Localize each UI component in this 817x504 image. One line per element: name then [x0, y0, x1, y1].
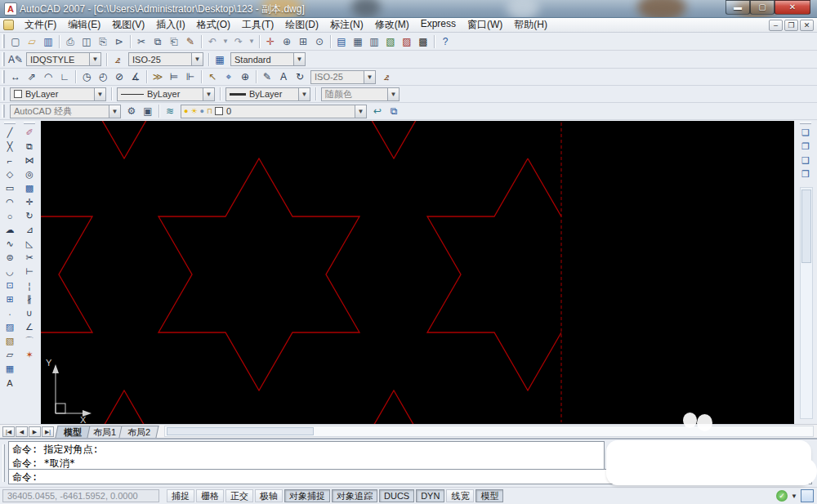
- undo-icon[interactable]: ↶: [205, 34, 220, 49]
- construction-line-icon[interactable]: ╳: [2, 140, 17, 154]
- tab-prev-button[interactable]: ◀: [16, 426, 28, 437]
- region-icon[interactable]: ▱: [2, 348, 17, 362]
- dim-continue-icon[interactable]: ⊩: [183, 69, 198, 84]
- status-toggle-DUCS[interactable]: DUCS: [379, 489, 414, 502]
- coordinate-readout[interactable]: 36405.0455, -6461.5952, 0.0000: [2, 489, 159, 502]
- drawing-file-icon[interactable]: [3, 20, 14, 30]
- my-workspace-icon[interactable]: ▣: [141, 104, 155, 118]
- workspace-settings-icon[interactable]: ⚙: [124, 104, 139, 118]
- vertical-scrollbar-thumb[interactable]: [801, 190, 811, 263]
- cut-icon[interactable]: ✂: [134, 34, 149, 49]
- bring-to-front-icon[interactable]: ❏: [798, 126, 813, 140]
- stretch-icon[interactable]: ◺: [22, 237, 37, 251]
- dim-update-icon[interactable]: ↻: [292, 69, 307, 84]
- layer-freeze-sun-icon[interactable]: ☀: [190, 107, 197, 115]
- hexagram-star[interactable]: [41, 121, 225, 158]
- command-history[interactable]: 命令: 指定对角点:命令: *取消*: [8, 441, 605, 469]
- extend-icon[interactable]: ⊢: [22, 265, 37, 279]
- command-window-grip[interactable]: [2, 444, 5, 482]
- publish-icon[interactable]: ⎘: [96, 34, 110, 49]
- dim-quick-leader-icon[interactable]: ↖: [205, 69, 220, 84]
- workspace-combo[interactable]: AutoCAD 经典 ▼: [10, 105, 121, 118]
- bring-above-objects-icon[interactable]: ❑: [798, 154, 813, 167]
- table-style-combo[interactable]: Standard ▼: [230, 52, 306, 66]
- ellipse-arc-icon[interactable]: ◡: [2, 265, 17, 279]
- array-icon[interactable]: ▩: [22, 181, 37, 195]
- menu-item-格式[interactable]: 格式(O): [191, 17, 236, 33]
- redo-dropdown-icon[interactable]: ▼: [248, 34, 256, 49]
- fillet-icon[interactable]: ⌒: [22, 334, 37, 348]
- erase-icon[interactable]: ✐: [22, 126, 37, 140]
- color-control-combo[interactable]: ByLayer ▼: [10, 87, 106, 101]
- dim-arc-length-icon[interactable]: ◠: [41, 69, 56, 84]
- layer-states-icon[interactable]: ⧉: [386, 104, 401, 118]
- send-under-objects-icon[interactable]: ❒: [798, 167, 813, 181]
- tab-next-button[interactable]: ▶: [29, 426, 41, 437]
- pan-icon[interactable]: ✛: [263, 34, 278, 49]
- menu-item-窗口[interactable]: 窗口(W): [462, 17, 508, 33]
- hexagram-star[interactable]: [158, 158, 359, 390]
- tab-模型[interactable]: 模型: [55, 426, 90, 438]
- revcloud-icon[interactable]: ☁: [2, 223, 17, 237]
- dim-style-icon[interactable]: ⦨: [110, 52, 125, 67]
- chevron-down-icon[interactable]: ▼: [203, 88, 214, 100]
- status-toggle-正交[interactable]: 正交: [225, 489, 253, 502]
- layer-on-bulb-icon[interactable]: ●: [184, 107, 188, 115]
- menu-item-帮助[interactable]: 帮助(H): [508, 17, 553, 33]
- dim-diameter-icon[interactable]: ⊘: [112, 69, 127, 84]
- dim-tolerance-icon[interactable]: ⌖: [221, 69, 236, 84]
- horizontal-scrollbar-thumb[interactable]: [167, 427, 314, 435]
- move-icon[interactable]: ✛: [22, 195, 37, 209]
- hexagram-star[interactable]: [293, 121, 494, 158]
- toolbar-grip[interactable]: [4, 122, 16, 124]
- minimize-button[interactable]: ▬: [725, 0, 750, 15]
- annotation-ok-icon[interactable]: ✓: [776, 490, 788, 502]
- line-icon[interactable]: ╱: [2, 126, 17, 140]
- mdi-close-button[interactable]: ✕: [800, 20, 814, 31]
- dim-aligned-icon[interactable]: ⇗: [25, 69, 39, 84]
- designcenter-icon[interactable]: ▦: [350, 34, 365, 49]
- redo-icon[interactable]: ↷: [231, 34, 246, 49]
- chevron-down-icon[interactable]: ▼: [355, 105, 366, 118]
- scale-icon[interactable]: ⊿: [22, 223, 37, 237]
- hexagram-star[interactable]: [41, 390, 225, 424]
- status-toggle-线宽[interactable]: 线宽: [446, 489, 474, 502]
- chevron-down-icon[interactable]: ▼: [191, 53, 203, 65]
- dim-style-control-combo[interactable]: ISO-25 ▼: [310, 70, 376, 84]
- menu-item-工具[interactable]: 工具(T): [236, 17, 279, 33]
- text-style-icon[interactable]: A✎: [8, 52, 23, 67]
- toolbar-grip[interactable]: [800, 122, 811, 124]
- dim-text-edit-icon[interactable]: A: [276, 69, 291, 84]
- rectangle-icon[interactable]: ▭: [2, 181, 17, 195]
- make-block-icon[interactable]: ⊞: [2, 292, 17, 306]
- chevron-down-icon[interactable]: ▼: [109, 105, 120, 118]
- paste-icon[interactable]: ⎗: [167, 34, 181, 49]
- chevron-down-icon[interactable]: ▼: [298, 88, 310, 100]
- arc-icon[interactable]: ◠: [2, 195, 17, 209]
- menu-item-文件[interactable]: 文件(F): [19, 17, 62, 33]
- offset-icon[interactable]: ◎: [22, 167, 37, 181]
- clean-screen-button[interactable]: [801, 489, 814, 502]
- status-toggle-模型[interactable]: 模型: [475, 489, 503, 502]
- menu-item-绘图[interactable]: 绘图(D): [279, 17, 324, 33]
- hatch-icon[interactable]: ▨: [2, 320, 17, 334]
- dim-style-icon[interactable]: ⦨: [379, 69, 394, 84]
- dim-angular-icon[interactable]: ∡: [128, 69, 143, 84]
- status-toggle-极轴[interactable]: 极轴: [255, 489, 283, 502]
- polyline-icon[interactable]: ⌐: [2, 154, 17, 167]
- status-toggle-DYN[interactable]: DYN: [416, 489, 444, 502]
- send-to-back-icon[interactable]: ❐: [798, 140, 813, 154]
- toolbar-grip[interactable]: [24, 122, 35, 124]
- open-icon[interactable]: ▱: [25, 34, 39, 49]
- chevron-down-icon[interactable]: ▼: [89, 53, 100, 65]
- chamfer-icon[interactable]: ∠: [22, 320, 37, 334]
- status-toggle-捕捉[interactable]: 捕捉: [167, 489, 194, 502]
- chevron-down-icon[interactable]: ▼: [364, 71, 375, 83]
- status-toggle-对象追踪[interactable]: 对象追踪: [332, 489, 377, 502]
- menu-item-标注[interactable]: 标注(N): [324, 17, 369, 33]
- properties-icon[interactable]: ▤: [334, 34, 349, 49]
- join-icon[interactable]: ∪: [22, 306, 37, 320]
- menu-item-Express[interactable]: Express: [415, 17, 462, 33]
- polygon-icon[interactable]: ◇: [2, 167, 17, 181]
- tool-palettes-icon[interactable]: ▥: [367, 34, 382, 49]
